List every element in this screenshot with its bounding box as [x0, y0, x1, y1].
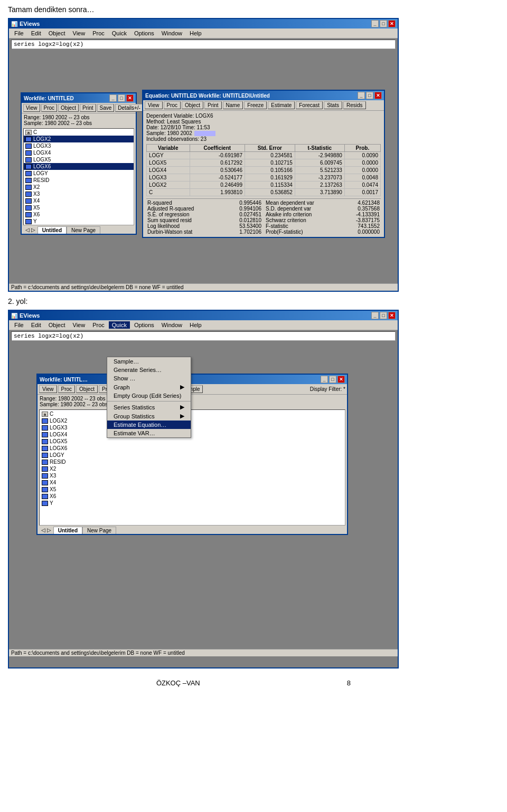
- command-bar-2[interactable]: series logx2=log(x2): [11, 331, 396, 341]
- wf-item-x4-1[interactable]: X4: [24, 197, 134, 204]
- menu-estimate-var[interactable]: Estimate VAR…: [107, 429, 191, 437]
- maximize-btn-2[interactable]: □: [380, 312, 387, 319]
- wf2-item-c[interactable]: a C: [40, 410, 344, 417]
- menu-file-1[interactable]: File: [11, 30, 27, 37]
- wf-tab-newpage-1[interactable]: New Page: [67, 226, 100, 234]
- wf-item-logx2-1[interactable]: LOGX2: [24, 136, 134, 142]
- wf-btn-save-1[interactable]: Save: [97, 104, 115, 112]
- wf-item-logx6-1[interactable]: LOGX6: [24, 163, 134, 170]
- menu-quick-1[interactable]: Quick: [109, 30, 130, 37]
- wf-item-x6-1[interactable]: X6: [24, 211, 134, 218]
- maximize-btn-1[interactable]: □: [380, 20, 387, 27]
- wf-item-logx4-1[interactable]: LOGX4: [24, 149, 134, 156]
- eq-max-1[interactable]: □: [366, 92, 373, 99]
- wf2-item-x3[interactable]: X3: [40, 472, 344, 479]
- wf2-label-logx2: LOGX2: [50, 418, 67, 424]
- menu-estimate-equation[interactable]: Estimate Equation…: [107, 421, 191, 429]
- wf2-item-x6[interactable]: X6: [40, 493, 344, 500]
- wf-item-x5-1[interactable]: X5: [24, 204, 134, 211]
- wf2-btn-proc[interactable]: Proc: [58, 385, 76, 393]
- menu-help-2[interactable]: Help: [186, 321, 205, 329]
- wf-btn-proc-1[interactable]: Proc: [41, 104, 58, 112]
- menu-series-statistics[interactable]: Series Statistics ▶: [107, 403, 191, 412]
- workfile-range-2: Range: 1980 2002 -- 23 obs Sample: 1980 …: [37, 395, 347, 408]
- wf-min-1[interactable]: _: [109, 94, 117, 102]
- wf2-item-x4[interactable]: X4: [40, 479, 344, 486]
- wf2-item-logx2[interactable]: LOGX2: [40, 417, 344, 424]
- eq-btn-proc[interactable]: Proc: [164, 101, 181, 109]
- wf2-tab-newpage[interactable]: New Page: [82, 527, 116, 534]
- menu-show[interactable]: Show …: [107, 374, 191, 383]
- wf-item-logx3-1[interactable]: LOGX3: [24, 142, 134, 149]
- col-coefficient: Coefficient: [190, 145, 245, 152]
- wf2-item-logx3[interactable]: LOGX3: [40, 424, 344, 431]
- eq-btn-view[interactable]: View: [145, 101, 163, 109]
- wf2-item-logy[interactable]: LOGY: [40, 452, 344, 458]
- wf-btn-object-1[interactable]: Object: [58, 104, 79, 112]
- menu-help-1[interactable]: Help: [186, 30, 205, 37]
- wf2-item-x5[interactable]: X5: [40, 486, 344, 493]
- menu-edit-2[interactable]: Edit: [28, 321, 44, 329]
- eq-close-1[interactable]: ✕: [374, 92, 382, 99]
- wf-btn-print-1[interactable]: Print: [80, 104, 96, 112]
- wf-max-1[interactable]: □: [118, 94, 125, 102]
- wf2-tab-untitled[interactable]: Untitled: [53, 527, 82, 534]
- menu-group-statistics[interactable]: Group Statistics ▶: [107, 412, 191, 421]
- wf-item-x2-1[interactable]: X2: [24, 184, 134, 190]
- menu-view-2[interactable]: View: [70, 321, 89, 329]
- menu-proc-1[interactable]: Proc: [89, 30, 108, 37]
- wf2-item-y[interactable]: Y: [40, 500, 344, 507]
- wf-close-2[interactable]: ✕: [337, 376, 345, 383]
- menu-generate-series[interactable]: Generate Series…: [107, 366, 191, 374]
- wf-item-logy-1[interactable]: LOGY: [24, 170, 134, 177]
- wf2-btn-object[interactable]: Object: [76, 385, 98, 393]
- wf-item-c-1[interactable]: a C: [24, 129, 134, 136]
- menu-window-2[interactable]: Window: [158, 321, 185, 329]
- wf-item-resid-1[interactable]: RESID: [24, 177, 134, 184]
- close-btn-1[interactable]: ✕: [388, 20, 396, 27]
- wf-item-logx5-1[interactable]: LOGX5: [24, 156, 134, 163]
- wf2-item-resid[interactable]: RESID: [40, 458, 344, 465]
- menu-quick-2[interactable]: Quick: [109, 321, 130, 329]
- command-bar-1[interactable]: series logx2=log(x2): [11, 40, 396, 49]
- menu-window-1[interactable]: Window: [158, 30, 185, 37]
- wf-tab-untitled-1[interactable]: Untitled: [37, 226, 67, 234]
- menu-sample[interactable]: Sample…: [107, 357, 191, 366]
- wf2-btn-view[interactable]: View: [39, 385, 57, 393]
- menu-options-2[interactable]: Options: [131, 321, 157, 329]
- wf2-item-logx4[interactable]: LOGX4: [40, 431, 344, 438]
- wf-item-x3-1[interactable]: X3: [24, 190, 134, 197]
- wf2-item-x2[interactable]: X2: [40, 465, 344, 472]
- wf-max-2[interactable]: □: [329, 376, 336, 383]
- eq-btn-resids[interactable]: Resids: [343, 101, 366, 109]
- menu-object-2[interactable]: Object: [45, 321, 69, 329]
- wf-close-1[interactable]: ✕: [126, 94, 134, 102]
- eq-btn-estimate[interactable]: Estimate: [268, 101, 295, 109]
- wf-min-2[interactable]: _: [321, 376, 328, 383]
- close-btn-2[interactable]: ✕: [388, 312, 396, 319]
- eq-btn-forecast[interactable]: Forecast: [296, 101, 323, 109]
- minimize-btn-2[interactable]: _: [371, 312, 379, 319]
- menu-file-2[interactable]: File: [11, 321, 27, 329]
- wf-btn-details-1[interactable]: Details+/-: [115, 104, 143, 112]
- eq-min-1[interactable]: _: [358, 92, 365, 99]
- wf2-item-logx6[interactable]: LOGX6: [40, 445, 344, 452]
- menu-view-1[interactable]: View: [70, 30, 89, 37]
- eq-btn-object[interactable]: Object: [182, 101, 203, 109]
- eq-btn-name[interactable]: Name: [223, 101, 243, 109]
- wf-btn-view-1[interactable]: View: [23, 104, 40, 112]
- stat-row-left: S.E. of regression0.027451: [146, 212, 262, 217]
- minimize-btn-1[interactable]: _: [371, 20, 379, 27]
- menu-proc-2[interactable]: Proc: [89, 321, 108, 329]
- menu-graph[interactable]: Graph ▶: [107, 383, 191, 391]
- wf-item-y-1[interactable]: Y: [24, 218, 134, 225]
- eq-btn-freeze[interactable]: Freeze: [244, 101, 267, 109]
- menu-object-1[interactable]: Object: [45, 30, 69, 37]
- menu-options-1[interactable]: Options: [131, 30, 157, 37]
- menu-empty-group[interactable]: Empty Group (Edit Series): [107, 391, 191, 400]
- wf2-icon-logx4: [42, 432, 48, 437]
- eq-btn-print[interactable]: Print: [204, 101, 222, 109]
- menu-edit-1[interactable]: Edit: [28, 30, 44, 37]
- eq-btn-stats[interactable]: Stats: [324, 101, 342, 109]
- wf2-item-logx5[interactable]: LOGX5: [40, 438, 344, 445]
